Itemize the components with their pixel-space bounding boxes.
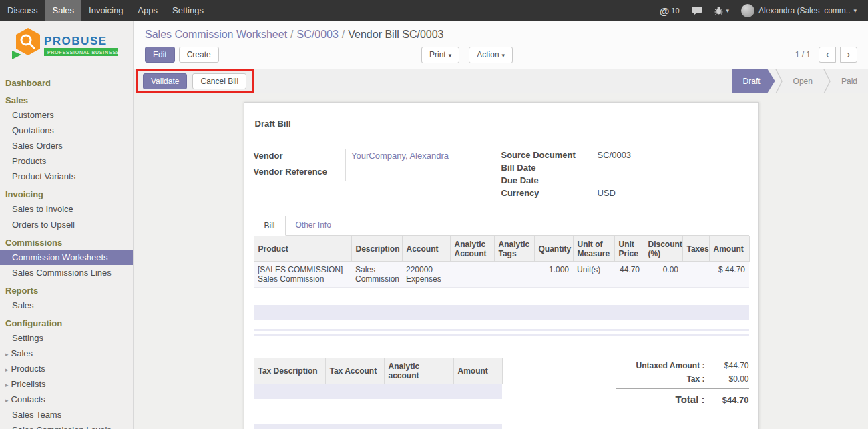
- sidebar-item-products[interactable]: Products: [0, 153, 133, 169]
- cell-uom: Unit(s): [573, 262, 614, 288]
- sidebar-heading-invoicing[interactable]: Invoicing: [0, 184, 133, 201]
- tab-bill[interactable]: Bill: [254, 216, 286, 236]
- status-paid[interactable]: Paid: [831, 69, 868, 93]
- field-groups: Vendor YourCompany, Alexandra Vendor Ref…: [254, 149, 749, 199]
- breadcrumb-separator: /: [290, 29, 293, 40]
- probuse-logo-image: PROBUSE PROFESSIONAL BUSINESS: [8, 27, 126, 65]
- breadcrumb-worksheet-link[interactable]: Sales Commission Worksheet: [145, 29, 287, 40]
- sidebar-item-customers[interactable]: Customers: [0, 107, 133, 123]
- sidebar-item-sales-commissions-lines[interactable]: Sales Commissions Lines: [0, 265, 133, 280]
- vendor-value[interactable]: YourCompany, Alexandra: [346, 149, 501, 165]
- totals-divider: [616, 410, 749, 410]
- user-avatar: [741, 4, 754, 17]
- sidebar-item-settings[interactable]: Settings: [0, 330, 133, 346]
- col-description: Description: [351, 236, 402, 262]
- cell-amount: $ 44.70: [709, 262, 749, 288]
- nav-menu-sales[interactable]: Sales: [45, 0, 82, 21]
- pager-next-button[interactable]: ›: [840, 47, 857, 63]
- company-logo[interactable]: PROBUSE PROFESSIONAL BUSINESS: [0, 21, 133, 73]
- table-row[interactable]: [SALES COMMISSION] Sales Commission Sale…: [254, 262, 749, 288]
- chevron-down-icon: ▾: [726, 7, 730, 14]
- nav-menu-apps[interactable]: Apps: [130, 0, 165, 21]
- currency-value: USD: [598, 187, 749, 199]
- sidebar-item-label: Contacts: [11, 394, 45, 404]
- status-draft[interactable]: Draft: [732, 69, 775, 93]
- sidebar-item-sales-teams[interactable]: Sales Teams: [0, 407, 133, 422]
- untaxed-amount-value: $44.70: [705, 361, 749, 370]
- at-icon: @: [660, 5, 670, 17]
- sidebar-item-sales-orders[interactable]: Sales Orders: [0, 138, 133, 153]
- bug-icon: [714, 6, 723, 15]
- sidebar-heading-sales[interactable]: Sales: [0, 90, 133, 107]
- col-tax-description: Tax Description: [254, 358, 325, 384]
- nav-menu-invoicing[interactable]: Invoicing: [81, 0, 130, 21]
- status-pipeline: Draft Open Paid: [732, 69, 868, 93]
- sidebar-item-product-variants[interactable]: Product Variants: [0, 169, 133, 184]
- due-date-label: Due Date: [501, 174, 598, 187]
- user-menu[interactable]: Alexandra (Sales_comm.. ▾: [735, 0, 863, 21]
- left-field-group: Vendor YourCompany, Alexandra Vendor Ref…: [254, 149, 501, 181]
- totals-block: Untaxed Amount : $44.70 Tax : $0.00 Tota…: [616, 358, 749, 413]
- total-value: $44.70: [705, 395, 749, 405]
- sidebar-item-commission-worksheets[interactable]: Commission Worksheets: [0, 250, 133, 265]
- nav-menu-settings[interactable]: Settings: [165, 0, 211, 21]
- empty-line-stripe: [254, 305, 749, 320]
- totals-divider: [616, 388, 749, 389]
- cell-discount: 0.00: [644, 262, 682, 288]
- cell-quantity: 1.000: [534, 262, 573, 288]
- pager-prev-button[interactable]: ‹: [819, 47, 836, 63]
- sidebar-item-contacts[interactable]: ▸Contacts: [0, 392, 133, 407]
- pager: 1 / 1 ‹ ›: [795, 47, 857, 63]
- sidebar-heading-dashboard[interactable]: Dashboard: [0, 73, 133, 90]
- sidebar-item-config-products[interactable]: ▸Products: [0, 361, 133, 376]
- sidebar-item-pricelists[interactable]: ▸Pricelists: [0, 376, 133, 392]
- chevron-down-icon: ▾: [449, 52, 452, 59]
- print-dropdown[interactable]: Print▾: [421, 47, 459, 63]
- sidebar-item-quotations[interactable]: Quotations: [0, 123, 133, 138]
- sidebar-heading-configuration[interactable]: Configuration: [0, 313, 133, 330]
- chevron-right-icon: [823, 69, 831, 93]
- status-open[interactable]: Open: [783, 69, 823, 93]
- sidebar-item-reports-sales[interactable]: Sales: [0, 298, 133, 313]
- chevron-right-icon: [775, 69, 783, 93]
- create-button[interactable]: Create: [179, 47, 219, 63]
- col-amount: Amount: [709, 236, 749, 262]
- debug-menu[interactable]: ▾: [708, 0, 736, 21]
- sidebar-heading-commissions[interactable]: Commissions: [0, 232, 133, 250]
- sidebar-item-orders-to-upsell[interactable]: Orders to Upsell: [0, 217, 133, 232]
- action-dropdown[interactable]: Action▾: [469, 47, 513, 63]
- sidebar-heading-reports[interactable]: Reports: [0, 280, 133, 298]
- mention-counter[interactable]: @ 10: [654, 0, 686, 21]
- logo-brand-text: PROBUSE: [44, 35, 107, 47]
- breadcrumb-current: Vendor Bill SC/0003: [348, 29, 443, 40]
- bill-date-label: Bill Date: [501, 161, 598, 174]
- breadcrumb-sc0003-link[interactable]: SC/0003: [297, 29, 339, 40]
- messages-icon[interactable]: [686, 0, 708, 21]
- tax-label: Tax :: [686, 374, 704, 384]
- cell-analytic-account: [450, 262, 494, 288]
- caret-right-icon: ▸: [5, 382, 9, 388]
- sidebar-item-config-sales[interactable]: ▸Sales: [0, 346, 133, 361]
- caret-right-icon: ▸: [5, 366, 9, 373]
- nav-menu-discuss[interactable]: Discuss: [0, 0, 45, 21]
- validate-button[interactable]: Validate: [143, 73, 187, 89]
- tax-table-block: Tax Description Tax Account Analytic acc…: [254, 358, 502, 399]
- bill-date-value: [598, 161, 749, 174]
- table-header-row: Product Description Account Analytic Acc…: [254, 236, 749, 262]
- annotation-highlight-box: Validate Cancel Bill: [136, 69, 254, 93]
- edit-button[interactable]: Edit: [145, 47, 175, 63]
- tab-other-info[interactable]: Other Info: [286, 216, 341, 235]
- sidebar-item-sales-commission-levels[interactable]: Sales Commission Levels: [0, 422, 133, 429]
- vendor-reference-value: [346, 165, 501, 181]
- sidebar: PROBUSE PROFESSIONAL BUSINESS Dashboard …: [0, 21, 134, 429]
- divider-stripe: [254, 334, 749, 336]
- col-analytic-account: Analytic Account: [450, 236, 494, 262]
- col-quantity: Quantity: [534, 236, 573, 262]
- cancel-bill-button[interactable]: Cancel Bill: [192, 73, 246, 89]
- empty-tax-row-stripe: [254, 384, 502, 399]
- col-tax-analytic-account: Analytic account: [384, 358, 453, 384]
- col-discount: Discount (%): [644, 236, 682, 262]
- source-document-value: SC/0003: [598, 149, 749, 161]
- sidebar-item-sales-to-invoice[interactable]: Sales to Invoice: [0, 201, 133, 217]
- invoice-lines-table: Product Description Account Analytic Acc…: [254, 236, 750, 288]
